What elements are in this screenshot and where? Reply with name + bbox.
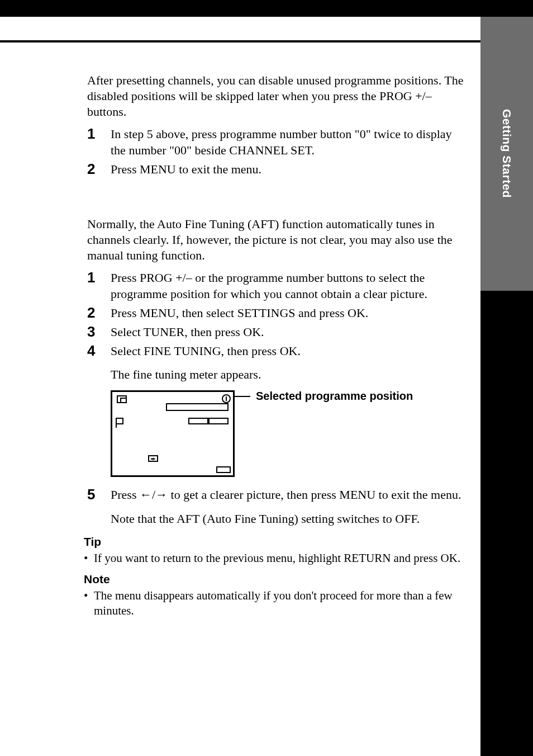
step-number: 1	[87, 126, 111, 158]
step: 2 Press MENU, then select SETTINGS and p…	[87, 305, 467, 321]
step: 5 Press ←/→ to get a clearer picture, th…	[87, 487, 467, 503]
diagram-callout: Selected programme position	[256, 389, 413, 403]
left-right-icon: ◂▸	[148, 455, 158, 462]
side-tab: Getting Started	[480, 17, 533, 291]
tip-text: If you want to return to the previous me…	[94, 551, 460, 566]
tuning-meter	[188, 418, 229, 424]
content: After presetting channels, you can disab…	[87, 73, 467, 618]
step: 1 In step 5 above, press programme numbe…	[87, 126, 467, 158]
section2-step5: 5 Press ←/→ to get a clearer picture, th…	[87, 487, 467, 503]
step-number: 3	[87, 324, 111, 340]
step-number: 1	[87, 270, 111, 301]
step-text: In step 5 above, press programme number …	[111, 126, 467, 158]
section1-intro: After presetting channels, you can disab…	[87, 73, 467, 120]
leader-line	[234, 396, 250, 397]
step-text: Press PROG +/– or the programme number b…	[111, 270, 467, 301]
substep-text: The fine tuning meter appears.	[111, 367, 467, 382]
note-heading: Note	[84, 572, 467, 587]
fine-tuning-diagram: ◂▸	[111, 390, 235, 477]
section2-intro: Normally, the Auto Fine Tuning (AFT) fun…	[87, 216, 467, 263]
step-number: 2	[87, 162, 111, 177]
arrow-right-icon: →	[155, 488, 168, 502]
flag-icon	[116, 418, 122, 428]
bullet-dot: •	[84, 588, 94, 618]
step-text: Press MENU to exit the menu.	[111, 162, 467, 177]
tip-bullet: • If you want to return to the previous …	[84, 551, 467, 566]
step: 1 Press PROG +/– or the programme number…	[87, 270, 467, 301]
diagram-row: ◂▸ Selected programme position	[111, 390, 467, 477]
step: 2 Press MENU to exit the menu.	[87, 162, 467, 177]
tv-icon	[117, 395, 127, 403]
note-text: The menu disappears automatically if you…	[94, 588, 467, 618]
step5-pre: Press	[111, 488, 140, 502]
bullet-dot: •	[84, 551, 94, 566]
step-text: Select TUNER, then press OK.	[111, 324, 467, 340]
diagram-small-box	[216, 466, 231, 473]
step-text: Press ←/→ to get a clearer picture, then…	[111, 487, 467, 503]
side-tab-label: Getting Started	[500, 109, 513, 198]
diagram-field	[166, 403, 229, 411]
step-number: 4	[87, 343, 111, 359]
step: 3 Select TUNER, then press OK.	[87, 324, 467, 340]
section1-steps: 1 In step 5 above, press programme numbe…	[87, 126, 467, 177]
step-text: Press MENU, then select SETTINGS and pre…	[111, 305, 467, 321]
step-text: Select FINE TUNING, then press OK.	[111, 343, 467, 359]
step5-post: to get a clearer picture, then press MEN…	[168, 488, 461, 502]
programme-indicator-icon	[222, 394, 231, 403]
step-number: 5	[87, 487, 111, 503]
arrow-left-icon: ←	[140, 488, 152, 502]
tip-heading: Tip	[84, 535, 467, 550]
step-number: 2	[87, 305, 111, 321]
horizontal-rule	[0, 40, 480, 42]
page: Getting Started After presetting channel…	[0, 0, 533, 756]
note-bullet: • The menu disappears automatically if y…	[84, 588, 467, 618]
substep-text: Note that the AFT (Auto Fine Tuning) set…	[111, 511, 467, 527]
section2-steps-a: 1 Press PROG +/– or the programme number…	[87, 270, 467, 359]
step: 4 Select FINE TUNING, then press OK.	[87, 343, 467, 359]
top-border	[0, 0, 533, 17]
